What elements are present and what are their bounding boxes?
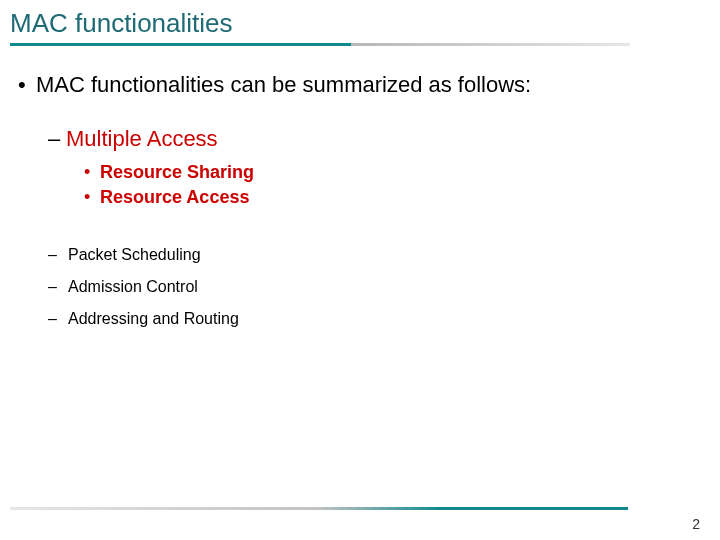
bullet-icon: • — [84, 162, 100, 183]
page-number: 2 — [692, 516, 700, 532]
dash-icon: – — [48, 278, 68, 296]
slide: MAC functionalities • MAC functionalitie… — [0, 0, 720, 540]
packet-scheduling-text: Packet Scheduling — [68, 246, 201, 264]
title-rule-wrap — [0, 39, 720, 46]
dash-icon: – — [48, 310, 68, 328]
footer-rule — [10, 507, 628, 510]
spacer — [0, 212, 720, 246]
bullet-icon: • — [18, 74, 36, 96]
item-admission-control: – Admission Control — [0, 278, 720, 296]
bullet-icon: • — [84, 187, 100, 208]
dash-icon: – — [48, 246, 68, 264]
content-area: • MAC functionalities can be summarized … — [0, 46, 720, 328]
resource-sharing-text: Resource Sharing — [100, 162, 254, 183]
intro-text: MAC functionalities can be summarized as… — [36, 72, 531, 98]
bullet-intro: • MAC functionalities can be summarized … — [0, 72, 720, 98]
dash-icon: – — [48, 126, 66, 152]
multiple-access-heading: Multiple Access — [66, 126, 218, 152]
subitem-resource-access: • Resource Access — [0, 187, 720, 208]
slide-title: MAC functionalities — [10, 8, 710, 39]
addressing-routing-text: Addressing and Routing — [68, 310, 239, 328]
admission-control-text: Admission Control — [68, 278, 198, 296]
item-multiple-access: – Multiple Access — [0, 126, 720, 152]
resource-access-text: Resource Access — [100, 187, 249, 208]
title-area: MAC functionalities — [0, 0, 720, 39]
item-addressing-routing: – Addressing and Routing — [0, 310, 720, 328]
item-packet-scheduling: – Packet Scheduling — [0, 246, 720, 264]
subitem-resource-sharing: • Resource Sharing — [0, 162, 720, 183]
